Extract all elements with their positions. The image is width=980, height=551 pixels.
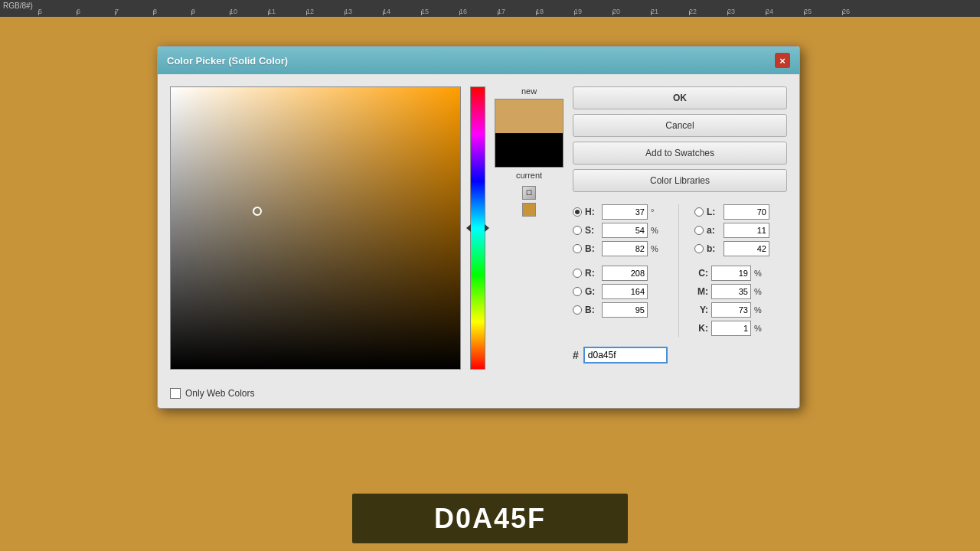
b-hsb-label: B: [585,243,599,254]
b-lab-row: b: [694,241,769,256]
color-display-text: D0A45F [434,503,546,535]
ruler-tick: 25 [804,8,842,15]
only-web-colors-label: Only Web Colors [185,388,254,399]
color-libraries-button[interactable]: Color Libraries [573,169,787,192]
add-to-swatches-button[interactable]: Add to Swatches [573,142,787,165]
ruler-tick: 18 [536,8,574,15]
right-panel: OK Cancel Add to Swatches Color Librarie… [573,86,787,370]
col-divider [678,204,679,337]
l-row: L: [694,204,769,220]
color-preview-current[interactable] [495,133,563,167]
h-row: H: ° [573,204,663,220]
dialog-title: Color Picker (Solid Color) [167,55,288,67]
only-web-colors-checkbox[interactable] [170,388,181,399]
color-field-overlay [171,87,460,369]
ruler-tick: 10 [230,8,268,15]
ruler-tick: 24 [766,8,804,15]
a-row: a: [694,223,769,238]
b-hsb-unit: % [651,244,663,253]
ruler-tick: 15 [421,8,459,15]
ruler-tick: 16 [459,8,498,15]
color-field[interactable] [170,86,461,370]
s-radio[interactable] [573,226,582,235]
hue-slider-arrow-left [466,224,471,232]
ruler-tick: 9 [191,8,230,15]
ruler-tick: 8 [153,8,191,15]
r-input[interactable] [602,266,648,281]
r-label: R: [585,268,599,279]
hex-row: # [573,347,787,364]
ruler-tick: 26 [842,8,880,15]
hue-slider[interactable] [470,86,485,370]
s-input[interactable] [602,223,648,238]
k-input[interactable] [711,321,751,336]
y-input[interactable] [711,302,751,318]
b-lab-radio[interactable] [694,244,704,253]
hue-slider-arrow-right [485,224,489,232]
l-radio[interactable] [694,207,704,217]
color-preview-icons: ☐ [522,186,536,217]
ruler-tick: 19 [574,8,612,15]
dialog-titlebar: Color Picker (Solid Color) × [158,47,799,74]
b-rgb-input[interactable] [602,302,648,318]
s-unit: % [651,226,663,235]
m-label: M: [694,286,708,297]
ok-button[interactable]: OK [573,86,787,109]
ruler-tick: 7 [115,8,153,15]
color-preview-new[interactable] [495,99,563,133]
ruler-tick: 21 [651,8,689,15]
close-button[interactable]: × [775,53,790,68]
color-preview-box [495,99,564,168]
c-label: C: [694,268,708,279]
b-hsb-input[interactable] [602,241,648,256]
b-lab-input[interactable] [724,241,769,256]
l-input[interactable] [724,204,769,220]
color-field-container[interactable] [170,86,461,370]
ruler-tick: 5 [38,8,77,15]
color-display-bar: D0A45F [352,494,628,543]
color-picker-dialog: Color Picker (Solid Color) × new [157,46,800,409]
r-row: R: [573,266,663,281]
m-unit: % [754,287,762,296]
y-row: Y: % [694,302,769,318]
g-row: G: [573,284,663,299]
b-lab-label: b: [707,243,720,254]
cube-icon: ☐ [522,186,536,200]
m-input[interactable] [711,284,751,299]
color-values: H: ° S: % B: [573,204,787,337]
ruler-tick: 12 [306,8,345,15]
ruler-tick: 23 [727,8,766,15]
a-label: a: [707,225,720,236]
ruler-tick: 20 [612,8,651,15]
l-label: L: [707,207,720,217]
col-hsb-rgb: H: ° S: % B: [573,204,663,337]
g-label: G: [585,286,599,297]
b-rgb-radio[interactable] [573,305,582,315]
g-radio[interactable] [573,287,582,296]
g-input[interactable] [602,284,648,299]
action-buttons: OK Cancel Add to Swatches Color Librarie… [573,86,787,192]
web-colors-row: Only Web Colors [158,388,799,408]
ruler-ticks: 5 6 7 8 9 10 11 12 13 14 15 16 17 18 19 … [0,8,980,15]
new-label: new [521,86,537,96]
b-rgb-row: B: [573,302,663,318]
a-radio[interactable] [694,226,704,235]
h-input[interactable] [602,204,648,220]
c-row: C: % [694,266,769,281]
hue-slider-container[interactable] [470,86,485,370]
hex-input[interactable] [583,347,668,364]
b-hsb-row: B: % [573,241,663,256]
h-unit: ° [651,207,663,217]
c-input[interactable] [711,266,751,281]
ruler-tick: 14 [383,8,421,15]
color-preview-section: new current ☐ [495,86,564,370]
b-rgb-label: B: [585,305,599,315]
a-input[interactable] [724,223,769,238]
b-hsb-radio[interactable] [573,244,582,253]
cancel-button[interactable]: Cancel [573,114,787,137]
col-lab-cmyk: L: a: b: [694,204,769,337]
h-radio[interactable] [573,207,582,217]
r-radio[interactable] [573,269,582,278]
hex-hash: # [573,349,579,361]
s-row: S: % [573,223,663,238]
